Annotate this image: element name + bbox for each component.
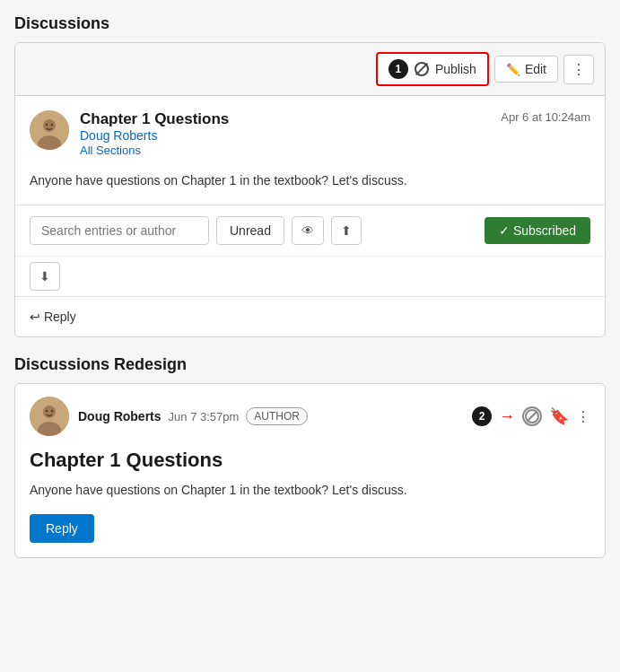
sort-down-icon: ⬇: [39, 269, 50, 284]
discussions-redesign-section: Discussions Redesign Doug Roberts Jun 7 …: [14, 355, 606, 558]
redesign-more-icon[interactable]: ⋮: [576, 408, 590, 425]
reply-bar: ↩ Reply: [15, 296, 605, 336]
discussions-section: Discussions 1 Publish ✏️ Edit ⋮: [14, 14, 606, 337]
reply-button-redesign[interactable]: Reply: [30, 514, 94, 543]
search-input[interactable]: [30, 216, 209, 245]
sort-down-button[interactable]: ⬇: [30, 262, 60, 291]
redesign-actions: 2 → 🔖 ⋮: [472, 406, 590, 426]
svg-point-3: [46, 124, 48, 126]
redesign-meta: Doug Roberts Jun 7 3:57pm AUTHOR: [78, 407, 463, 425]
publish-button[interactable]: 1 Publish: [376, 52, 489, 86]
classic-discussion-header: Chapter 1 Questions Doug Roberts All Sec…: [15, 96, 605, 171]
badge-2: 2: [472, 406, 492, 426]
section-link[interactable]: All Sections: [80, 144, 141, 157]
reply-button-classic[interactable]: ↩ Reply: [30, 310, 76, 324]
discussion-timestamp: Apr 6 at 10:24am: [501, 110, 590, 124]
pencil-icon: ✏️: [506, 63, 520, 76]
subscribed-button[interactable]: ✓ Subscribed: [485, 217, 590, 244]
discussion-body: Anyone have questions on Chapter 1 in th…: [15, 171, 605, 205]
section-title-redesign: Discussions Redesign: [14, 355, 606, 374]
ban-icon[interactable]: [522, 406, 542, 426]
filter-bar: Unread 👁 ⬆ ✓ Subscribed: [15, 205, 605, 256]
avatar: [30, 110, 69, 150]
eye-icon: 👁: [301, 223, 314, 238]
discussion-meta: Chapter 1 Questions Doug Roberts All Sec…: [80, 110, 490, 157]
redesign-body: Anyone have questions on Chapter 1 in th…: [15, 481, 605, 514]
discussion-timestamp-area: Apr 6 at 10:24am: [501, 110, 590, 124]
redesign-avatar: [30, 397, 69, 436]
classic-toolbar: 1 Publish ✏️ Edit ⋮: [15, 43, 605, 96]
no-publish-icon: [415, 62, 429, 76]
redesign-discussion-card: Doug Roberts Jun 7 3:57pm AUTHOR 2 → 🔖 ⋮…: [14, 383, 606, 558]
redesign-author-name: Doug Roberts: [78, 409, 162, 423]
author-badge: AUTHOR: [246, 407, 308, 425]
svg-line-11: [528, 412, 537, 422]
redesign-title: Chapter 1 Questions: [15, 449, 605, 481]
more-options-button[interactable]: ⋮: [563, 55, 594, 84]
unread-button[interactable]: Unread: [216, 216, 284, 245]
svg-point-8: [46, 410, 48, 412]
sort-up-icon: ⬆: [341, 223, 352, 238]
svg-point-4: [51, 124, 53, 126]
second-row-btns: ⬇: [15, 256, 605, 296]
svg-point-9: [51, 410, 53, 412]
redesign-header: Doug Roberts Jun 7 3:57pm AUTHOR 2 → 🔖 ⋮: [15, 384, 605, 449]
badge-1: 1: [389, 59, 408, 79]
sort-up-button[interactable]: ⬆: [331, 216, 362, 245]
classic-discussion-card: 1 Publish ✏️ Edit ⋮: [14, 42, 606, 337]
eye-icon-button[interactable]: 👁: [292, 216, 324, 245]
edit-button[interactable]: ✏️ Edit: [494, 56, 558, 83]
redesign-timestamp: Jun 7 3:57pm: [169, 410, 240, 423]
arrow-right-icon: →: [499, 407, 515, 426]
discussion-title: Chapter 1 Questions: [80, 110, 490, 128]
author-link[interactable]: Doug Roberts: [80, 128, 157, 143]
section-title-discussions: Discussions: [14, 14, 606, 33]
bookmark-icon[interactable]: 🔖: [549, 406, 569, 426]
